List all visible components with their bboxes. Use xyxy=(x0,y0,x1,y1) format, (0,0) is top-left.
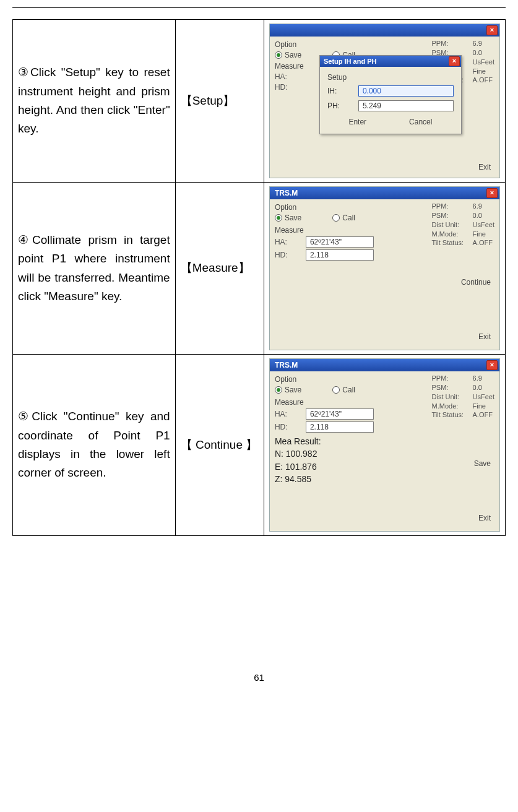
window-title: TRS.M xyxy=(275,189,298,197)
window-title: TRS.M xyxy=(275,361,298,369)
radio-save[interactable] xyxy=(275,51,282,59)
step-3-desc: ③Click "Setup" key to reset instrument h… xyxy=(13,20,176,183)
exit-button[interactable]: Exit xyxy=(476,512,493,524)
cancel-button[interactable]: Cancel xyxy=(407,116,434,127)
disabled-button xyxy=(486,304,493,315)
step-5-key: 【 Continue 】 xyxy=(175,355,264,536)
step-4-desc: ④Collimate prism in target point P1 wher… xyxy=(13,183,176,355)
close-icon[interactable]: × xyxy=(486,360,498,370)
ph-label: PH: xyxy=(327,102,352,110)
radio-save-label: Save xyxy=(285,386,301,394)
radio-save-label: Save xyxy=(285,214,301,222)
radio-save-label: Save xyxy=(285,51,301,59)
radio-call[interactable] xyxy=(332,214,340,222)
exit-button[interactable]: Exit xyxy=(476,162,493,173)
radio-save[interactable] xyxy=(275,386,282,394)
step-4-screenshot: TRS.M × Option Save Call PPM xyxy=(264,183,505,355)
close-icon[interactable]: × xyxy=(486,188,498,198)
ha-label: HA: xyxy=(275,238,300,246)
radio-call-label: Call xyxy=(342,386,355,394)
step-3-key: 【Setup】 xyxy=(175,20,264,183)
step-4-key: 【Measure】 xyxy=(175,183,264,355)
ih-input[interactable]: 0.000 xyxy=(358,85,454,97)
result-z: Z: 94.585 xyxy=(275,473,494,485)
status-panel: PPM:6.9 PSM:0.0 Dist Unit:UsFeet M.Mode:… xyxy=(432,202,494,248)
result-n: N: 100.982 xyxy=(275,447,494,460)
result-e: E: 101.876 xyxy=(275,460,494,473)
status-panel: PPM:6.9 PSM:0.0 Dist Unit:UsFeet M.Mode:… xyxy=(432,374,494,420)
hd-label: HD: xyxy=(275,423,300,431)
ih-label: IH: xyxy=(327,87,352,95)
continue-button[interactable]: Continue xyxy=(459,277,493,288)
window-titlebar: TRS.M × xyxy=(270,187,499,199)
radio-call-label: Call xyxy=(342,214,355,222)
ph-input[interactable]: 5.249 xyxy=(358,100,454,111)
dialog-setup-label: Setup xyxy=(327,73,454,82)
ha-value: 62º21'43" xyxy=(306,408,374,420)
hd-label: HD: xyxy=(275,251,300,259)
step-5-screenshot: TRS.M × Option Save Call PPM xyxy=(264,355,505,536)
radio-save[interactable] xyxy=(275,214,282,222)
ha-value: 62º21'43" xyxy=(306,236,374,248)
step-3-screenshot: × Option Save Call PPM:6.9 xyxy=(264,20,505,183)
step-5-desc: ⑤Click "Continue" key and coordinate of … xyxy=(13,355,176,536)
result-title: Mea Result: xyxy=(275,435,494,447)
hd-value: 2.118 xyxy=(306,249,374,261)
setup-dialog: Setup IH and PH × Setup IH: 0.000 xyxy=(319,55,462,134)
instruction-table: ③Click "Setup" key to reset instrument h… xyxy=(12,19,506,536)
dialog-title: Setup IH and PH xyxy=(324,58,377,65)
window-titlebar: TRS.M × xyxy=(270,359,499,371)
close-icon[interactable]: × xyxy=(486,25,498,35)
window-titlebar: × xyxy=(270,24,499,37)
enter-button[interactable]: Enter xyxy=(346,116,369,127)
hd-value: 2.118 xyxy=(306,421,374,433)
exit-button[interactable]: Exit xyxy=(476,331,493,342)
disabled-button xyxy=(486,485,493,496)
page-number: 61 xyxy=(12,672,506,695)
save-button[interactable]: Save xyxy=(472,458,493,469)
ha-label: HA: xyxy=(275,410,300,418)
dialog-close-icon[interactable]: × xyxy=(449,56,460,66)
radio-call[interactable] xyxy=(332,386,340,394)
